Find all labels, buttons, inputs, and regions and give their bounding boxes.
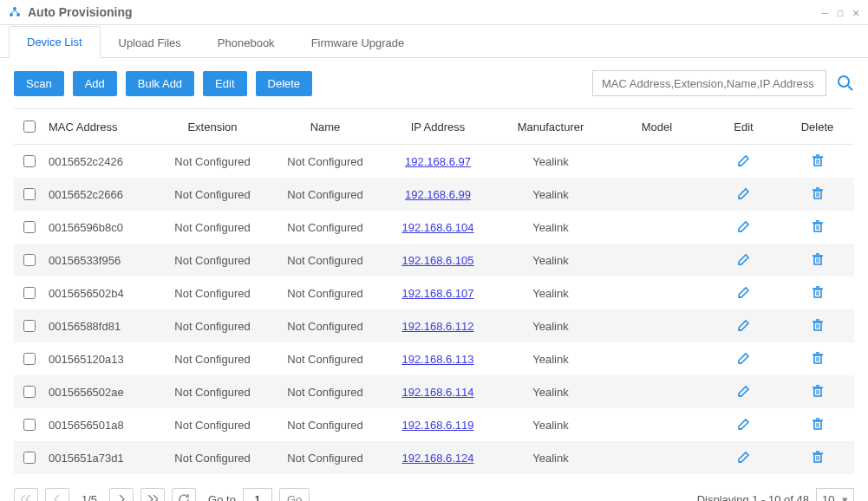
ip-link[interactable]: 192.168.6.104 bbox=[401, 221, 473, 234]
cell-extension: Not Configured bbox=[156, 211, 269, 244]
page-size-select[interactable]: 10 ▾ bbox=[816, 488, 854, 501]
delete-icon[interactable] bbox=[811, 252, 825, 266]
ip-link[interactable]: 192.168.6.97 bbox=[405, 155, 471, 168]
delete-icon[interactable] bbox=[811, 450, 825, 464]
cell-model bbox=[607, 211, 707, 244]
cell-extension: Not Configured bbox=[156, 277, 269, 309]
delete-icon[interactable] bbox=[811, 153, 825, 167]
cell-manufacturer: Yealink bbox=[494, 408, 607, 441]
col-model: Model bbox=[607, 109, 707, 145]
table-row: 001565120a13Not ConfiguredNot Configured… bbox=[14, 342, 854, 375]
page-size-value: 10 bbox=[822, 493, 834, 502]
delete-icon[interactable] bbox=[811, 186, 825, 200]
edit-icon[interactable] bbox=[737, 417, 751, 431]
row-checkbox[interactable] bbox=[23, 188, 36, 200]
row-checkbox[interactable] bbox=[23, 221, 36, 233]
cell-name: Not Configured bbox=[269, 178, 382, 211]
row-checkbox[interactable] bbox=[23, 287, 36, 299]
close-button[interactable]: ✕ bbox=[852, 6, 859, 19]
table-row: 0015652c2426Not ConfiguredNot Configured… bbox=[14, 145, 854, 179]
last-page-button[interactable] bbox=[140, 488, 165, 501]
edit-icon[interactable] bbox=[737, 153, 751, 167]
row-checkbox[interactable] bbox=[23, 155, 36, 167]
ip-link[interactable]: 192.168.6.113 bbox=[401, 353, 473, 366]
delete-icon[interactable] bbox=[811, 384, 825, 398]
search-input[interactable] bbox=[592, 70, 826, 96]
cell-name: Not Configured bbox=[269, 375, 382, 408]
cell-mac: 0015651a73d1 bbox=[43, 441, 156, 474]
edit-icon[interactable] bbox=[737, 252, 751, 266]
edit-icon[interactable] bbox=[737, 351, 751, 365]
svg-rect-60 bbox=[814, 454, 821, 462]
pagination-footer: 1/5 Go to Go Displaying 1 - 10 of 48 10 … bbox=[0, 474, 868, 501]
minimize-button[interactable]: — bbox=[822, 6, 829, 19]
next-page-button[interactable] bbox=[109, 488, 134, 501]
ip-link[interactable]: 192.168.6.124 bbox=[401, 452, 473, 465]
delete-icon[interactable] bbox=[811, 285, 825, 299]
cell-mac: 00156588fd81 bbox=[43, 309, 156, 342]
row-checkbox[interactable] bbox=[23, 320, 36, 332]
prev-page-button[interactable] bbox=[45, 488, 69, 501]
col-name: Name bbox=[269, 109, 382, 145]
tab-firmware-upgrade[interactable]: Firmware Upgrade bbox=[293, 27, 423, 58]
edit-icon[interactable] bbox=[737, 285, 751, 299]
cell-model bbox=[607, 441, 707, 474]
cell-extension: Not Configured bbox=[156, 244, 269, 277]
edit-icon[interactable] bbox=[737, 318, 751, 332]
cell-extension: Not Configured bbox=[156, 145, 269, 179]
cell-name: Not Configured bbox=[269, 441, 382, 474]
cell-extension: Not Configured bbox=[156, 178, 269, 211]
select-all-checkbox[interactable] bbox=[23, 120, 36, 133]
ip-link[interactable]: 192.168.6.112 bbox=[401, 320, 473, 333]
ip-link[interactable]: 192.168.6.99 bbox=[405, 188, 471, 201]
delete-button[interactable]: Delete bbox=[256, 71, 313, 96]
app-icon bbox=[9, 6, 21, 18]
cell-extension: Not Configured bbox=[156, 375, 269, 408]
edit-icon[interactable] bbox=[737, 384, 751, 398]
bulk-add-button[interactable]: Bulk Add bbox=[126, 71, 194, 96]
cell-model bbox=[607, 244, 707, 277]
go-button[interactable]: Go bbox=[279, 488, 310, 501]
cell-manufacturer: Yealink bbox=[494, 342, 607, 375]
row-checkbox[interactable] bbox=[23, 419, 36, 431]
svg-rect-48 bbox=[814, 388, 821, 396]
cell-mac: 0015656502ae bbox=[43, 375, 156, 408]
cell-mac: 0015656501a8 bbox=[43, 408, 156, 441]
svg-rect-12 bbox=[814, 191, 821, 198]
row-checkbox[interactable] bbox=[23, 254, 36, 266]
edit-icon[interactable] bbox=[737, 450, 751, 464]
toolbar: Scan Add Bulk Add Edit Delete bbox=[0, 58, 868, 108]
ip-link[interactable]: 192.168.6.114 bbox=[401, 386, 473, 399]
maximize-button[interactable]: ☐ bbox=[837, 6, 844, 19]
first-page-button[interactable] bbox=[14, 488, 38, 501]
ip-link[interactable]: 192.168.6.119 bbox=[401, 419, 473, 432]
tab-device-list[interactable]: Device List bbox=[9, 26, 101, 58]
cell-model bbox=[607, 342, 707, 375]
delete-icon[interactable] bbox=[811, 219, 825, 233]
delete-icon[interactable] bbox=[811, 417, 825, 431]
svg-point-1 bbox=[10, 13, 13, 16]
row-checkbox[interactable] bbox=[23, 353, 36, 365]
delete-icon[interactable] bbox=[811, 318, 825, 332]
edit-icon[interactable] bbox=[737, 219, 751, 233]
scan-button[interactable]: Scan bbox=[14, 71, 64, 96]
row-checkbox[interactable] bbox=[23, 452, 36, 464]
col-extension: Extension bbox=[156, 109, 269, 145]
ip-link[interactable]: 192.168.6.107 bbox=[401, 287, 473, 300]
cell-mac: 00156596b8c0 bbox=[43, 211, 156, 244]
ip-link[interactable]: 192.168.6.105 bbox=[401, 254, 473, 267]
row-checkbox[interactable] bbox=[23, 386, 36, 398]
tab-phonebook[interactable]: Phonebook bbox=[199, 27, 293, 58]
delete-icon[interactable] bbox=[811, 351, 825, 365]
refresh-button[interactable] bbox=[172, 488, 196, 501]
search-icon[interactable] bbox=[837, 75, 854, 92]
tab-upload-files[interactable]: Upload Files bbox=[101, 27, 199, 58]
goto-input[interactable] bbox=[243, 488, 272, 501]
edit-icon[interactable] bbox=[737, 186, 751, 200]
svg-rect-36 bbox=[814, 322, 821, 330]
svg-rect-54 bbox=[814, 421, 821, 429]
cell-mac: 001565120a13 bbox=[43, 342, 156, 375]
cell-name: Not Configured bbox=[269, 309, 382, 342]
edit-button[interactable]: Edit bbox=[203, 71, 246, 96]
add-button[interactable]: Add bbox=[73, 71, 117, 96]
